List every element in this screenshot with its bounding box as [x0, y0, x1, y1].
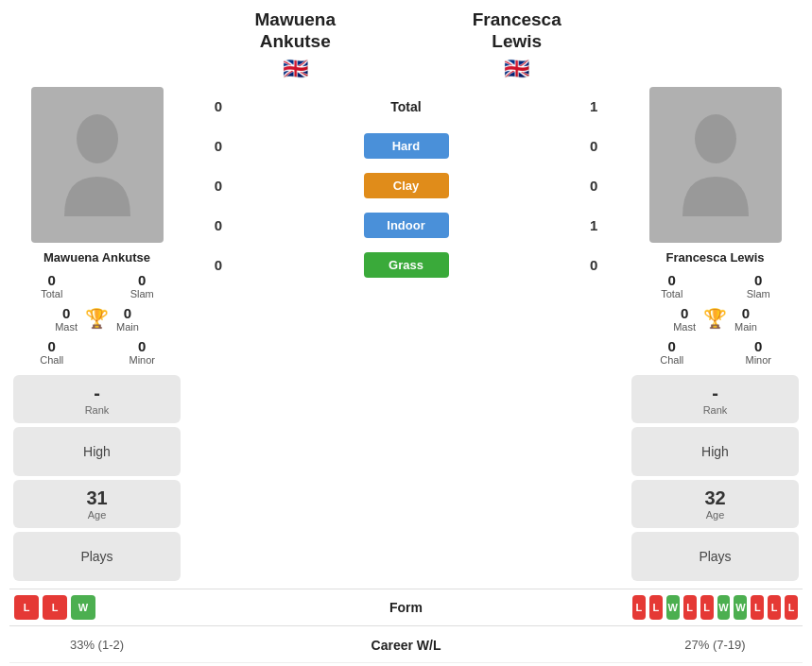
- right-slam-value: 0: [754, 272, 762, 288]
- right-slam-label: Slam: [747, 288, 770, 299]
- right-rank-box: - Rank: [631, 375, 799, 423]
- right-minor-value: 0: [754, 338, 762, 354]
- left-player-card: Mawuena Ankutse 0 Total 0 Slam 0 Mast 🏆: [9, 87, 184, 366]
- left-info-boxes: - Rank High 31 Age Plays: [9, 371, 184, 585]
- stats-row: 0% (0-0) YTD W/L 0% (0-0): [9, 662, 803, 666]
- right-player-avatar: [649, 87, 782, 243]
- right-main-value: 0: [742, 305, 750, 321]
- hard-badge-container: Hard: [222, 133, 590, 159]
- right-flag: 🇬🇧: [406, 57, 629, 81]
- left-player-name: Mawuena Ankutse: [184, 9, 406, 53]
- right-mast-value: 0: [681, 305, 688, 321]
- right-rank-label: Rank: [643, 404, 787, 416]
- left-rank-box: - Rank: [13, 375, 181, 423]
- right-total-block: 0 Total: [632, 272, 712, 299]
- total-right-val: 1: [590, 98, 628, 114]
- left-plays-box: Plays: [13, 532, 181, 581]
- form-badge-right-W: W: [717, 595, 731, 620]
- form-badge-left-L: L: [43, 595, 67, 620]
- clay-right-val: 0: [590, 178, 628, 194]
- hard-row: 0 Hard 0: [184, 127, 628, 166]
- info-boxes-row: - Rank High 31 Age Plays - Rank High: [9, 371, 803, 585]
- form-badge-right-L: L: [700, 595, 714, 620]
- left-mast-value: 0: [62, 305, 70, 321]
- left-rank-value: -: [25, 383, 169, 404]
- left-main-value: 0: [124, 305, 131, 321]
- left-high-label: High: [25, 435, 169, 469]
- total-badge-container: Total: [222, 99, 590, 114]
- left-total-value: 0: [48, 272, 56, 288]
- hard-badge: Hard: [364, 133, 449, 159]
- center-panel: 0 Total 1 0 Hard 0 0: [184, 87, 628, 285]
- indoor-badge-container: Indoor: [222, 213, 590, 238]
- left-total-block: 0 Total: [14, 272, 90, 299]
- left-chall-block: 0 Chall: [14, 338, 90, 366]
- clay-row: 0 Clay 0: [184, 166, 628, 206]
- right-main-block: 0 Main: [734, 305, 757, 333]
- right-rank-value: -: [643, 383, 787, 404]
- left-player-name-card: Mawuena Ankutse: [43, 250, 150, 265]
- right-total-value: 0: [668, 272, 676, 288]
- form-badge-right-W: W: [734, 595, 747, 620]
- hard-left-val: 0: [184, 138, 222, 154]
- right-total-label: Total: [661, 288, 682, 299]
- form-badge-right-L: L: [683, 595, 697, 620]
- left-total-label: Total: [41, 288, 62, 299]
- form-section: LLW Form LLWLLWWLLL: [9, 589, 803, 626]
- right-info-boxes: - Rank High 32 Age Plays: [628, 371, 803, 585]
- grass-badge-container: Grass: [222, 252, 590, 278]
- left-avatar-silhouette: [60, 112, 135, 216]
- right-trophy-icon: 🏆: [703, 307, 727, 330]
- svg-point-0: [77, 114, 118, 163]
- left-form: LLW: [9, 595, 184, 620]
- right-mast-block: 0 Mast: [673, 305, 696, 333]
- grass-right-val: 0: [590, 257, 628, 273]
- right-plays-label: Plays: [643, 539, 787, 573]
- form-badge-right-L: L: [632, 595, 646, 620]
- right-age-value: 32: [643, 487, 787, 509]
- left-age-label: Age: [25, 509, 169, 521]
- form-badge-right-W: W: [666, 595, 680, 620]
- left-age-value: 31: [25, 487, 169, 509]
- total-left-val: 0: [184, 98, 222, 114]
- left-plays-label: Plays: [25, 539, 169, 573]
- right-main-label: Main: [734, 321, 757, 333]
- left-minor-label: Minor: [129, 354, 155, 366]
- form-badge-left-L: L: [14, 595, 39, 620]
- trophy-icon: 🏆: [85, 307, 109, 330]
- stat-right-val: 27% (7-19): [628, 628, 803, 663]
- right-slam-block: 0 Slam: [719, 272, 799, 299]
- left-slam-label: Slam: [130, 288, 154, 299]
- right-player-header: Francesca Lewis 🇬🇧: [406, 9, 629, 81]
- left-mast-block: 0 Mast: [55, 305, 78, 333]
- clay-badge: Clay: [364, 173, 449, 198]
- stat-label: YTD W/L: [184, 662, 628, 666]
- right-chall-label: Chall: [660, 354, 683, 366]
- form-badge-right-L: L: [751, 595, 764, 620]
- stat-label: Career W/L: [184, 628, 628, 663]
- bottom-stats-table: 33% (1-2) Career W/L 27% (7-19) 0% (0-0)…: [9, 628, 803, 666]
- right-chall-block: 0 Chall: [632, 338, 712, 366]
- form-badge-right-L: L: [785, 595, 798, 620]
- grass-left-val: 0: [184, 257, 222, 273]
- left-chall-value: 0: [48, 338, 56, 354]
- left-main-block: 0 Main: [116, 305, 139, 333]
- total-label: Total: [390, 99, 421, 114]
- left-chall-label: Chall: [40, 354, 63, 366]
- left-main-label: Main: [116, 321, 139, 333]
- right-high-box: High: [631, 427, 799, 476]
- right-minor-label: Minor: [745, 354, 771, 366]
- svg-point-1: [695, 114, 736, 163]
- left-player-avatar: [31, 87, 164, 243]
- stat-left-val: 0% (0-0): [9, 662, 184, 666]
- right-high-label: High: [643, 435, 787, 469]
- grass-row: 0 Grass 0: [184, 246, 628, 285]
- stat-left-val: 33% (1-2): [9, 628, 184, 663]
- right-avatar-silhouette: [678, 112, 753, 216]
- right-player-name-card: Francesca Lewis: [665, 250, 764, 265]
- form-badge-right-L: L: [768, 595, 781, 620]
- right-plays-box: Plays: [631, 532, 799, 581]
- form-label: Form: [184, 600, 628, 615]
- indoor-left-val: 0: [184, 217, 222, 233]
- left-slam-value: 0: [138, 272, 146, 288]
